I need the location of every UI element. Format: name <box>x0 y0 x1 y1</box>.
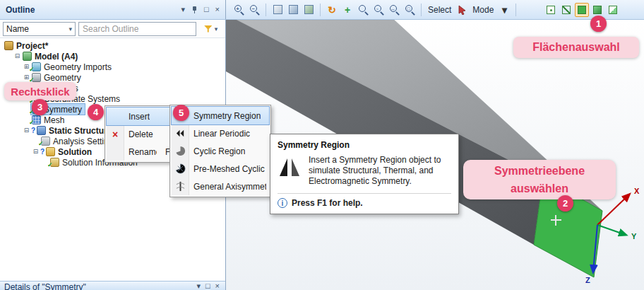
toolbar-separator <box>320 4 321 16</box>
check-icon: ✓ <box>29 66 35 73</box>
select-label[interactable]: Select <box>426 5 453 15</box>
mode-dropdown-icon[interactable]: ▾ <box>497 3 511 17</box>
cyclic-region-icon <box>172 146 189 156</box>
details-panel-title: Details of "Symmetry" <box>4 282 86 290</box>
triad-x-label: X <box>634 187 640 195</box>
tooltip-footer-text: Press F1 for help. <box>292 198 363 208</box>
tooltip-footer: i Press F1 for help. <box>278 198 451 208</box>
tree-item-label: Project* <box>16 41 48 51</box>
details-panel-header: Details of "Symmetry" ▾ □ × <box>0 281 225 290</box>
pre-meshed-cyclic-region-icon <box>172 163 189 174</box>
menu-item-label: Insert <box>124 112 150 122</box>
annotation-rechtsklick: Rechtsklick <box>4 82 76 100</box>
isometric-view-icon[interactable] <box>286 3 300 17</box>
extend-selection-icon[interactable] <box>606 3 620 17</box>
annotation-symmetrieebene: Symmetrieebene auswählen <box>463 160 616 199</box>
look-at-face-icon[interactable] <box>270 3 285 17</box>
outline-filter-row: Name ▾ ▾ <box>0 20 225 38</box>
zoom-fit-icon[interactable]: ↔ <box>387 3 401 17</box>
menu-item-pre-meshed-cyclic-region[interactable]: Pre-Meshed Cyclic Region <box>172 160 269 178</box>
step-badge-3: 3 <box>32 99 48 115</box>
pin-icon[interactable] <box>191 6 198 14</box>
magnifier-window-icon[interactable]: □ <box>402 3 417 17</box>
zoom-out-icon[interactable]: − <box>247 3 261 17</box>
tree-item-label: Mesh <box>44 115 64 125</box>
toolbar-separator <box>515 4 516 16</box>
solution-icon <box>46 147 55 156</box>
toolbar-separator <box>421 4 422 16</box>
menu-item-linear-periodic[interactable]: Linear Periodic <box>172 124 269 142</box>
filter-button[interactable]: ▾ <box>199 22 222 36</box>
tree-item-geometry[interactable]: ⊞✓Geometry <box>1 72 225 83</box>
chevron-down-icon[interactable]: ▾ <box>196 282 201 290</box>
tree-item-geometry-imports[interactable]: ⊞✓Geometry Imports <box>1 62 225 72</box>
menu-item-label: Pre-Meshed Cyclic Region <box>189 164 266 174</box>
triad-z-label: Z <box>585 276 590 284</box>
geometry-imports-icon: ✓ <box>32 62 41 71</box>
search-outline-input[interactable] <box>78 22 196 36</box>
annotation-line-2: auswählen <box>511 180 568 197</box>
tree-expander-icon[interactable]: ⊟ <box>22 126 31 135</box>
name-filter-label: Name <box>6 24 29 34</box>
float-window-icon[interactable]: □ <box>205 282 210 290</box>
check-icon: ✓ <box>38 140 44 147</box>
step-badge-2: 2 <box>557 195 573 211</box>
filter-face-icon[interactable] <box>575 3 589 17</box>
filter-edge-icon[interactable] <box>559 3 573 17</box>
filter-body-icon[interactable] <box>590 3 604 17</box>
tooltip-title: Symmetry Region <box>278 140 451 150</box>
tooltip-body: Insert a Symmetry Region object to simul… <box>278 155 451 187</box>
chevron-down-icon[interactable]: ▾ <box>181 6 185 13</box>
chevron-down-icon: ▾ <box>215 25 218 33</box>
menu-item-label: General Axisymmetric <box>189 182 266 192</box>
menu-item-label: Rename <box>124 147 157 157</box>
menu-item-label: Symmetry Region <box>189 111 261 121</box>
check-icon: ✓ <box>47 161 53 168</box>
tree-expander-icon[interactable]: ⊟ <box>13 52 22 61</box>
menu-item-cyclic-region[interactable]: Cyclic Region <box>172 142 269 160</box>
annotation-flaechenauswahl: Flächenauswahl <box>513 37 639 58</box>
toolbar-separator <box>266 4 266 16</box>
zoom-icon[interactable] <box>356 3 370 17</box>
pan-icon[interactable]: + <box>340 3 354 17</box>
tree-item-label: Solution <box>58 147 92 157</box>
tree-item-project[interactable]: Project* <box>1 40 225 51</box>
close-icon[interactable]: × <box>215 282 220 290</box>
rotate-icon[interactable]: ↻ <box>325 3 339 17</box>
static-structural-icon <box>37 126 46 135</box>
solution-information-icon: ✓ <box>50 158 59 167</box>
annotation-line-1: Symmetrieebene <box>494 162 585 180</box>
float-window-icon[interactable]: □ <box>204 6 209 13</box>
symmetry-region-tooltip: Symmetry Region Insert a Symmetry Region… <box>270 134 459 214</box>
tooltip-divider <box>278 193 451 194</box>
app-window: Outline ▾ □ × +−↻+▫↔□SelectMode▾ Name ▾ … <box>0 0 644 290</box>
menu-item-general-axisymmetric[interactable]: General Axisymmetric <box>172 178 269 195</box>
tree-item-model-a4[interactable]: ⊟Model (A4) <box>1 51 225 62</box>
unsolved-question-icon: ? <box>40 148 44 156</box>
mesh-icon: ✓ <box>32 115 41 124</box>
top-band: Outline ▾ □ × +−↻+▫↔□SelectMode▾ <box>0 0 644 20</box>
model-icon <box>23 52 32 61</box>
tree-item-label: Symmetry <box>44 105 82 115</box>
linear-periodic-icon <box>172 128 189 139</box>
triad-y-label: Y <box>631 232 637 240</box>
box-zoom-icon[interactable]: ▫ <box>371 3 386 17</box>
zoom-in-icon[interactable]: + <box>232 3 246 17</box>
step-badge-5: 5 <box>173 105 189 121</box>
tree-item-label: Model (A4) <box>35 52 78 62</box>
tree-expander-icon[interactable]: ⊟ <box>31 147 40 156</box>
name-filter-dropdown[interactable]: Name ▾ <box>3 22 76 36</box>
menu-item-label: Cyclic Region <box>189 146 245 156</box>
step-badge-4: 4 <box>88 104 104 120</box>
viewport-toolbar: +−↻+▫↔□SelectMode▾ <box>226 0 644 19</box>
select-cursor-icon[interactable] <box>455 3 469 17</box>
mode-label[interactable]: Mode <box>470 5 496 15</box>
filter-vertex-icon[interactable] <box>544 3 558 17</box>
unsolved-question-icon: ? <box>31 127 35 134</box>
step-badge-1: 1 <box>590 16 607 32</box>
menu-item-label: Linear Periodic <box>189 129 250 139</box>
project-icon <box>4 41 13 50</box>
viewports-icon[interactable] <box>302 3 316 17</box>
close-icon[interactable]: × <box>215 6 220 13</box>
general-axisymmetric-icon <box>172 181 189 192</box>
